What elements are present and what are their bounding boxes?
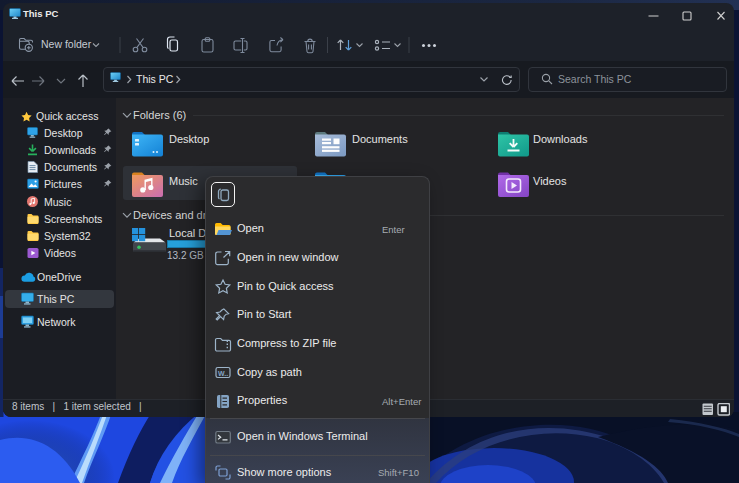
svg-text:W..: W.. — [218, 370, 228, 377]
svg-text:New folder: New folder — [41, 38, 92, 50]
